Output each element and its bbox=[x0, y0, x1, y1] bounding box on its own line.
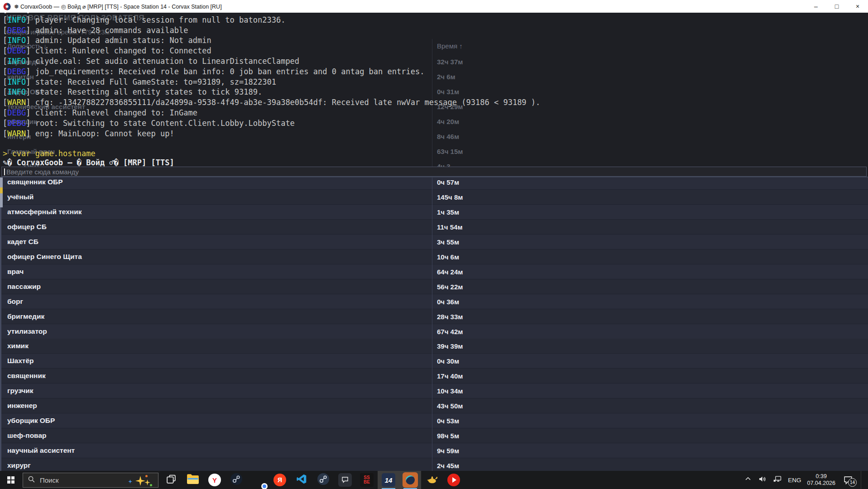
job-cell: врач bbox=[7, 268, 24, 276]
console-log-line: [INFO] admin: Updated admin status: Not … bbox=[3, 35, 211, 46]
job-cell: офицер СБ bbox=[7, 223, 47, 231]
messenger-icon bbox=[338, 473, 352, 487]
system-tray: ENG 0:39 07.04.2026 14 bbox=[744, 471, 868, 489]
console-log-line: [DEBG] client: Runlevel changed to: InGa… bbox=[3, 108, 197, 118]
table-row: офицер СБ11ч 54м bbox=[0, 220, 868, 235]
job-cell: уборщик ОБР bbox=[7, 417, 55, 425]
table-row: учёный145ч 8м bbox=[0, 190, 868, 205]
table-row: научный ассистент9ч 59м bbox=[0, 443, 868, 458]
job-cell: утилизатор bbox=[7, 327, 47, 336]
table-row: пассажир56ч 22м bbox=[0, 279, 868, 294]
time-cell: 11ч 54м bbox=[437, 223, 463, 230]
time-column-header[interactable]: Время ↑ bbox=[437, 42, 463, 50]
search-placeholder: Поиск bbox=[40, 476, 59, 484]
yandex-browser-icon: Y bbox=[208, 474, 221, 486]
search-input[interactable]: Поиск bbox=[23, 473, 158, 488]
console-input[interactable]: Введите сюда команду bbox=[1, 167, 867, 177]
job-cell: хирург bbox=[7, 461, 31, 470]
job-cell: Шахтёр bbox=[7, 357, 34, 365]
console-log-line: [DEBG] job_requirements: Received role b… bbox=[3, 67, 424, 77]
taskbar-item-chrome[interactable] bbox=[247, 471, 269, 489]
table-row: атмосферный техник1ч 35м bbox=[0, 205, 868, 220]
network-icon[interactable] bbox=[773, 475, 782, 485]
console-log-line: [DEBG] client: Runlevel changed to: Conn… bbox=[3, 46, 211, 56]
taskbar-item-steam[interactable] bbox=[225, 471, 247, 489]
volume-icon[interactable] bbox=[758, 475, 767, 485]
table-row: бригмедик28ч 33м bbox=[0, 309, 868, 324]
console-log-line: [INFO] state: Received Full GameState: t… bbox=[3, 77, 276, 87]
time-cell: 0ч 53м bbox=[437, 417, 459, 425]
column-divider bbox=[432, 175, 432, 471]
close-button[interactable]: × bbox=[847, 0, 868, 13]
window-controls: – □ × bbox=[806, 0, 868, 13]
app-icon bbox=[3, 3, 11, 10]
debug-console: ИГРОВОЕ ВРЕМЯ ПОЛЬЗОВАТЕЛЯ Общее игровое… bbox=[0, 13, 868, 177]
time-cell: 0ч 30м bbox=[437, 357, 459, 365]
yandex-icon: Я bbox=[273, 474, 286, 486]
taskbar-item-yandex-browser[interactable]: Y bbox=[204, 471, 225, 489]
taskbar-item-ss-be[interactable]: SSBE bbox=[356, 471, 378, 489]
taskbar-item-lamp[interactable] bbox=[421, 471, 443, 489]
action-center-icon[interactable]: 14 bbox=[841, 473, 855, 487]
ss14-game-icon bbox=[403, 472, 418, 488]
table-row: химик39ч 39м bbox=[0, 339, 868, 354]
job-cell: научный ассистент bbox=[7, 446, 75, 455]
time-cell-dim: 4ч 20м bbox=[437, 118, 459, 125]
show-desktop-button[interactable] bbox=[861, 471, 863, 489]
time-cell: 17ч 40м bbox=[437, 372, 463, 380]
clock[interactable]: 0:39 07.04.2026 bbox=[807, 473, 835, 487]
table-row: грузчик10ч 34м bbox=[0, 384, 868, 398]
time-cell: 1ч 35м bbox=[437, 208, 459, 216]
screen: ❅ CorvaxGoob — ◎ Войд ⌀ [MRP] [TTS] - Sp… bbox=[0, 0, 868, 489]
table-row: кадет СБ3ч 55м bbox=[0, 235, 868, 249]
lamp-icon bbox=[426, 474, 438, 486]
minimize-button[interactable]: – bbox=[806, 0, 826, 13]
console-log-line: [DEBG] root: Switching to state Content.… bbox=[3, 118, 295, 129]
job-cell: шеф-повар bbox=[7, 431, 47, 440]
taskbar-item-youtube[interactable] bbox=[443, 471, 465, 489]
time-cell: 3ч 55м bbox=[437, 238, 459, 245]
table-row: врач64ч 24м bbox=[0, 264, 868, 279]
copilot-sparkles-icon bbox=[127, 473, 154, 487]
notification-badge: 14 bbox=[848, 478, 857, 487]
job-cell: инженер bbox=[7, 402, 37, 410]
job-cell: офицер Синего Щита bbox=[7, 253, 82, 261]
time-cell-dim: 32ч 37м bbox=[437, 58, 463, 66]
taskbar-item-steam-alt[interactable] bbox=[312, 471, 334, 489]
job-cell: бригмедик bbox=[7, 312, 44, 321]
steam-alt-icon bbox=[317, 473, 330, 487]
time-cell: 145ч 8м bbox=[437, 193, 463, 201]
taskbar-item-vscode[interactable] bbox=[291, 471, 312, 489]
tray-chevron-icon[interactable] bbox=[744, 475, 752, 485]
time-cell: 67ч 42м bbox=[437, 327, 463, 335]
maximize-button[interactable]: □ bbox=[826, 0, 847, 13]
taskbar-item-messenger[interactable] bbox=[334, 471, 356, 489]
task-view-icon bbox=[166, 474, 177, 487]
job-cell: учёный bbox=[7, 193, 34, 201]
clock-date: 07.04.2026 bbox=[807, 480, 835, 487]
console-log-line: [WARN] cfg: -1342788227836855111/da24899… bbox=[3, 97, 540, 108]
taskbar: Поиск YЯSSBE14 ENG 0:39 07.04 bbox=[0, 471, 868, 489]
windows-logo-icon bbox=[7, 476, 14, 484]
taskbar-item-ss14-launcher[interactable]: 14 bbox=[378, 471, 399, 489]
taskbar-item-file-explorer[interactable] bbox=[182, 471, 204, 489]
console-log-line: [WARN] eng: MainLoop: Cannot keep up! bbox=[3, 129, 174, 139]
taskbar-item-ss14-game[interactable] bbox=[399, 471, 421, 489]
taskbar-item-yandex[interactable]: Я bbox=[269, 471, 291, 489]
language-indicator[interactable]: ENG bbox=[788, 477, 801, 484]
table-row: священник17ч 40м bbox=[0, 369, 868, 384]
time-cell-dim: 63ч 15м bbox=[437, 148, 463, 155]
console-log-line: [INFO] clyde.oal: Set audio attenuation … bbox=[3, 56, 299, 67]
table-row: хирург2ч 45м bbox=[0, 458, 868, 471]
job-cell: атмосферный техник bbox=[7, 208, 82, 216]
ss14-launcher-icon: 14 bbox=[382, 473, 395, 487]
table-row: уборщик ОБР0ч 53м bbox=[0, 413, 868, 428]
table-row: борг0ч 36м bbox=[0, 294, 868, 309]
file-explorer-icon bbox=[187, 474, 199, 486]
taskbar-item-task-view[interactable] bbox=[160, 471, 182, 489]
time-cell-dim: 8ч 46м bbox=[437, 133, 459, 140]
title-bar: ❅ CorvaxGoob — ◎ Войд ⌀ [MRP] [TTS] - Sp… bbox=[0, 0, 868, 13]
time-cell: 98ч 5м bbox=[437, 432, 459, 440]
time-cell: 43ч 50м bbox=[437, 402, 463, 410]
start-button[interactable] bbox=[0, 471, 22, 489]
